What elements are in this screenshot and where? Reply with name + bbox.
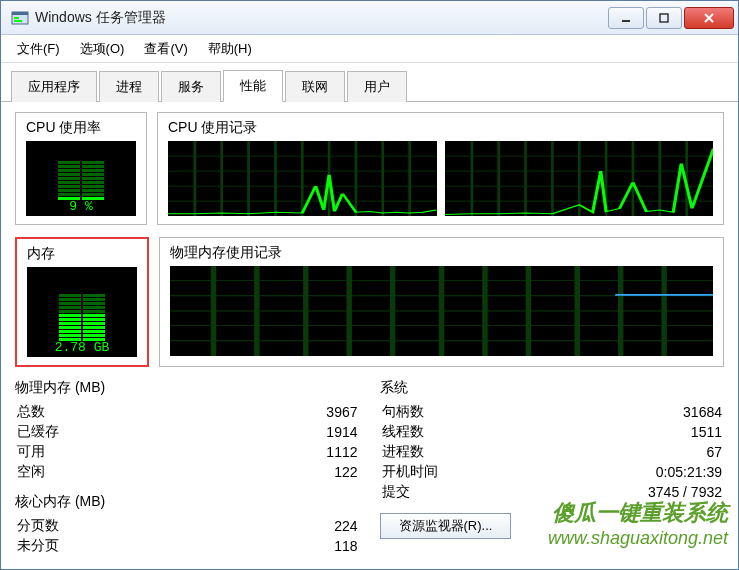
- table-row: 已缓存1914: [17, 423, 358, 441]
- cpu-gauge-display: 9 %: [26, 141, 136, 216]
- cpu-history-label: CPU 使用记录: [168, 119, 713, 137]
- cpu-usage-label: CPU 使用率: [26, 119, 136, 137]
- memory-history-panel: 物理内存使用记录: [159, 237, 724, 367]
- system-title: 系统: [380, 379, 725, 397]
- cpu-usage-value: 9 %: [69, 199, 92, 214]
- kernelmem-table: 分页数224 未分页118: [15, 515, 360, 557]
- app-icon: [11, 9, 29, 27]
- memory-gauge-label: 内存: [27, 245, 137, 263]
- cpu-history-chart-2: [445, 141, 714, 216]
- physmem-table: 总数3967 已缓存1914 可用1112 空闲122: [15, 401, 360, 483]
- cpu-history-panel: CPU 使用记录: [157, 112, 724, 225]
- memory-gauge-value: 2.78 GB: [55, 340, 110, 355]
- svg-rect-2: [14, 17, 19, 19]
- minimize-button[interactable]: [608, 7, 644, 29]
- maximize-button[interactable]: [646, 7, 682, 29]
- menubar: 文件(F) 选项(O) 查看(V) 帮助(H): [1, 35, 738, 63]
- memory-gauge: 内存 2.78 GB: [15, 237, 149, 367]
- table-row: 线程数1511: [382, 423, 723, 441]
- resource-monitor-button[interactable]: 资源监视器(R)...: [380, 513, 512, 539]
- table-row: 未分页118: [17, 537, 358, 555]
- menu-help[interactable]: 帮助(H): [198, 37, 262, 61]
- memory-history-label: 物理内存使用记录: [170, 244, 713, 262]
- titlebar[interactable]: Windows 任务管理器: [1, 1, 738, 35]
- menu-view[interactable]: 查看(V): [134, 37, 197, 61]
- svg-rect-3: [14, 20, 22, 22]
- tab-performance[interactable]: 性能: [223, 70, 283, 102]
- kernelmem-title: 核心内存 (MB): [15, 493, 360, 511]
- close-button[interactable]: [684, 7, 734, 29]
- performance-panel: CPU 使用率 9 % CPU 使用记录: [1, 102, 738, 567]
- cpu-history-chart-1: [168, 141, 437, 216]
- menu-file[interactable]: 文件(F): [7, 37, 70, 61]
- tab-services[interactable]: 服务: [161, 71, 221, 102]
- table-row: 分页数224: [17, 517, 358, 535]
- tab-users[interactable]: 用户: [347, 71, 407, 102]
- tabbar: 应用程序 进程 服务 性能 联网 用户: [1, 63, 738, 102]
- table-row: 进程数67: [382, 443, 723, 461]
- tab-applications[interactable]: 应用程序: [11, 71, 97, 102]
- window-frame: Windows 任务管理器 文件(F) 选项(O) 查看(V) 帮助(H) 应用…: [0, 0, 739, 570]
- cpu-usage-gauge: CPU 使用率 9 %: [15, 112, 147, 225]
- memory-gauge-display: 2.78 GB: [27, 267, 137, 357]
- svg-rect-1: [12, 12, 28, 15]
- system-table: 句柄数31684 线程数1511 进程数67 开机时间0:05:21:39 提交…: [380, 401, 725, 503]
- memory-history-chart: [170, 266, 713, 356]
- tab-processes[interactable]: 进程: [99, 71, 159, 102]
- system-stats: 系统 句柄数31684 线程数1511 进程数67 开机时间0:05:21:39…: [380, 379, 725, 557]
- table-row: 句柄数31684: [382, 403, 723, 421]
- physmem-title: 物理内存 (MB): [15, 379, 360, 397]
- svg-rect-5: [660, 14, 668, 22]
- tab-networking[interactable]: 联网: [285, 71, 345, 102]
- menu-options[interactable]: 选项(O): [70, 37, 135, 61]
- table-row: 可用1112: [17, 443, 358, 461]
- table-row: 提交3745 / 7932: [382, 483, 723, 501]
- table-row: 总数3967: [17, 403, 358, 421]
- physical-memory-stats: 物理内存 (MB) 总数3967 已缓存1914 可用1112 空闲122 核心…: [15, 379, 360, 557]
- table-row: 空闲122: [17, 463, 358, 481]
- window-buttons: [606, 7, 734, 29]
- table-row: 开机时间0:05:21:39: [382, 463, 723, 481]
- window-title: Windows 任务管理器: [35, 9, 606, 27]
